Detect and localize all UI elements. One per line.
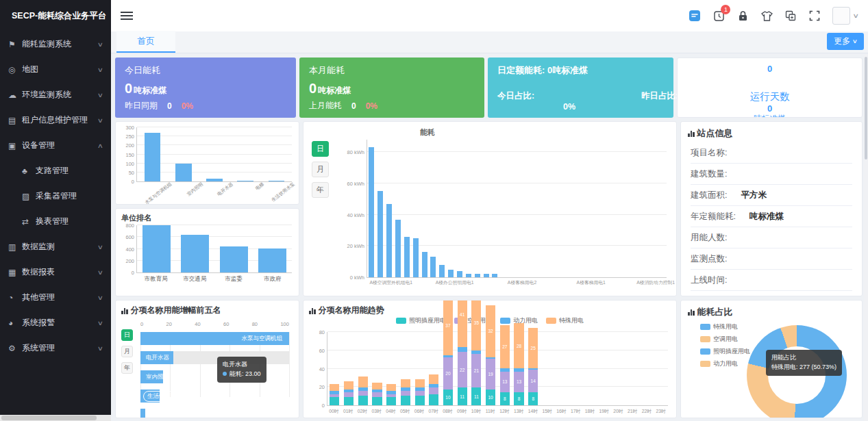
panel-usage-trend-chart[interactable]: 分项名称用能趋势 照明插座用电空调用电动力用电特殊用电 020406080102…: [303, 300, 677, 418]
bar-segment-空调用电: [429, 387, 438, 394]
user-avatar[interactable]: ∨: [832, 7, 858, 25]
card-value: 0吨标准煤: [125, 81, 286, 97]
x-tick-label: 电梯: [236, 179, 273, 205]
bar-segment-照明插座用电: 10: [443, 390, 453, 406]
panel-unit-ranking-chart[interactable]: 单位排名 0200400600800市教育局市交通局市监委市政府: [115, 208, 299, 296]
menu-collapse-icon[interactable]: [121, 10, 133, 22]
donut-chart[interactable]: [747, 325, 847, 418]
sidebar-item-other-mgmt[interactable]: ◔其他管理∨: [0, 285, 111, 310]
bar-slot: [376, 140, 385, 277]
x-tick-label: 80: [252, 321, 258, 327]
more-button[interactable]: 更多 ∨: [827, 33, 864, 50]
sidebar-subitem-meter-swap-mgmt[interactable]: ⇄换表管理: [0, 209, 111, 234]
bar: [484, 274, 489, 277]
bar-segment-空调用电: 14: [528, 370, 538, 392]
bar: [269, 181, 285, 181]
bar-slot: [597, 332, 611, 405]
bar-segment-照明插座用电: [429, 394, 438, 405]
chart-plot-area[interactable]: 050100150200250300: [136, 127, 292, 182]
panel-top5-growth-chart[interactable]: 分项名称用能增幅前五名 日月年 020406080100水泵与空调机组电开水器室…: [115, 300, 299, 418]
card-title: 本月能耗: [309, 64, 475, 77]
sidebar-item-data-report[interactable]: ▦数据报表∨: [0, 259, 111, 285]
panel-subitem-rank-chart[interactable]: 050100150200250300水泵与空调机组室内照明电开水器电梯生活饮用水…: [115, 121, 299, 205]
sidebar-horizontal-scrollbar[interactable]: [0, 415, 111, 421]
sidebar-item-system-alarm[interactable]: ◕系统报警∨: [0, 310, 111, 335]
legend-item-空调用电[interactable]: 空调用电: [700, 335, 750, 344]
legend-item-照明插座用电[interactable]: 照明插座用电: [396, 316, 446, 325]
fullscreen-icon[interactable]: [808, 10, 821, 22]
panel-energy-share-chart[interactable]: 能耗占比 特殊用电空调用电照明插座用电动力用电 用能占比 特殊用电: 277 (…: [680, 300, 863, 418]
energy-monitor-icon: ⚑: [8, 40, 22, 49]
sidebar: SECP-能耗综合业务平台 ⚑能耗监测系统∨◎地图∨☁环境监测系统∨▤租户信息维…: [0, 0, 111, 421]
bar-slot: [552, 140, 561, 277]
stat-unit: [750, 74, 790, 84]
period-button-年[interactable]: 年: [121, 362, 133, 374]
sidebar-item-device-mgmt[interactable]: ▣设备管理∧: [0, 133, 111, 158]
sidebar-item-tenant-info[interactable]: ▤租户信息维护管理∨: [0, 107, 111, 133]
sidebar-item-label: 地图: [22, 64, 98, 75]
card-compare: 上月能耗 0 0%: [309, 100, 475, 112]
x-tick-label: 21时: [625, 406, 640, 415]
sidebar-item-map[interactable]: ◎地图∨: [0, 57, 111, 82]
chevron-icon: ∨: [97, 244, 103, 251]
legend-item-特殊用电[interactable]: 特殊用电: [700, 322, 750, 331]
sidebar-item-energy-monitor[interactable]: ⚑能耗监测系统∨: [0, 31, 111, 57]
message-icon[interactable]: [689, 10, 701, 22]
y-tick-label: 80: [319, 329, 325, 335]
x-tick-label: 01时: [341, 406, 356, 415]
app-logo: SECP-能耗综合业务平台: [0, 0, 111, 31]
sidebar-subitem-branch-mgmt[interactable]: ♣支路管理: [0, 158, 111, 183]
legend-item-特殊用电[interactable]: 特殊用电: [546, 316, 584, 325]
chevron-icon: ∨: [97, 320, 103, 327]
bar: [448, 270, 454, 277]
bar-slot: 81327: [497, 332, 512, 405]
y-tick-label: 0: [132, 270, 134, 276]
period-button-年[interactable]: 年: [312, 182, 329, 198]
tab-home[interactable]: 首页: [116, 31, 175, 53]
bar-segment-特殊用电: 41: [458, 300, 467, 347]
chart-plot-area[interactable]: 0 kWh20 kWh40 kWh60 kWh80 kWh: [367, 140, 667, 278]
chart-plot-area[interactable]: 0204060801020371122411121351019328132781…: [327, 332, 668, 406]
period-button-日[interactable]: 日: [312, 141, 329, 157]
sidebar-item-system-mgmt[interactable]: ⚙系统管理∨: [0, 335, 111, 361]
x-tick-label: 11时: [483, 406, 497, 415]
y-tick-label: 0: [132, 179, 134, 185]
bar-slot: [427, 332, 441, 405]
bar: [475, 274, 480, 277]
x-tick-label: 13时: [512, 406, 526, 415]
sidebar-subitem-collector-mgmt[interactable]: ▨采集器管理: [0, 183, 111, 209]
legend-item-动力用电[interactable]: 动力用电: [700, 359, 750, 368]
sidebar-item-env-monitor[interactable]: ☁环境监测系统∨: [0, 82, 111, 107]
period-button-月[interactable]: 月: [121, 346, 133, 357]
x-tick-label: 05时: [398, 406, 412, 415]
chart-plot-area[interactable]: 0200400600800: [136, 225, 292, 273]
legend-item-照明插座用电[interactable]: 照明插座用电: [700, 347, 750, 356]
data-report-icon: ▦: [8, 268, 22, 277]
page-vertical-scrollbar[interactable]: [864, 54, 868, 421]
bar-slot: [587, 140, 596, 277]
legend-swatch: [700, 336, 710, 342]
lock-icon[interactable]: [736, 10, 749, 22]
bar-segment-动力用电: [458, 347, 467, 352]
stacked-bar: 102037: [443, 300, 453, 405]
bar-segment-空调用电: [358, 391, 368, 396]
card-value: 0吨标准煤: [309, 81, 475, 97]
bars-container: [137, 127, 292, 181]
sidebar-item-data-monitor[interactable]: ▥数据监测∨: [0, 234, 111, 259]
dashboard-content: 今日能耗 0吨标准煤 昨日同期 0 0% 本月能耗 0吨标准煤 上月能耗 0 0…: [111, 53, 868, 421]
legend-label: 特殊用电: [713, 322, 738, 331]
legend-label: 特殊用电: [559, 316, 584, 325]
map-icon: ◎: [8, 65, 22, 75]
alarm-clock-icon[interactable]: 1: [712, 10, 725, 22]
period-button-日[interactable]: 日: [121, 329, 133, 341]
card-daily-quota: 日定额能耗: 0吨标准煤 今日占比: 0% 昨日占比: 0%: [488, 58, 673, 118]
theme-skin-icon[interactable]: [760, 10, 773, 22]
tab-bar: 首页 更多 ∨: [111, 31, 868, 53]
bar-segment-空调用电: [372, 392, 382, 397]
site-info-list: 项目名称:建筑数量:建筑面积:平方米年定额能耗:吨标准煤用能人数:监测点数:上线…: [681, 141, 862, 296]
x-tick-label: A楼客梯用电1: [577, 279, 606, 286]
period-button-月[interactable]: 月: [312, 162, 329, 177]
copy-docs-icon[interactable]: [784, 10, 797, 22]
panel-energy-trend-chart[interactable]: 能耗 日月年 0 kWh20 kWh40 kWh60 kWh80 kWhA楼空调…: [303, 121, 677, 296]
bar-slot: [327, 332, 342, 405]
